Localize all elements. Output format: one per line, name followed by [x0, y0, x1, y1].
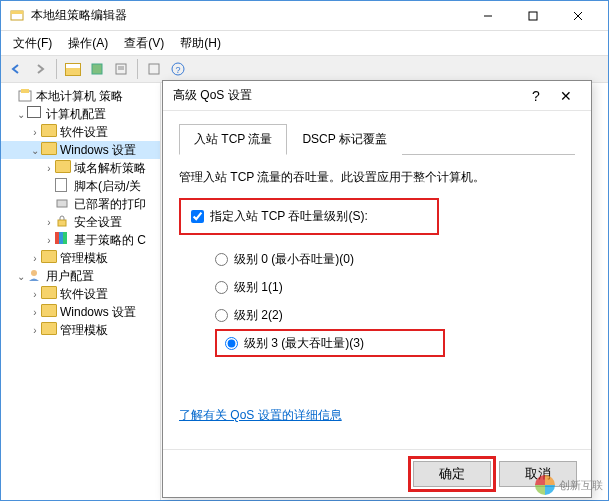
tree-computer-config[interactable]: ⌄ 计算机配置 — [1, 105, 160, 123]
radio-level-0[interactable]: 级别 0 (最小吞吐量)(0) — [215, 245, 575, 273]
user-icon — [27, 268, 43, 284]
folder-icon — [41, 124, 57, 140]
app-icon — [9, 8, 25, 24]
help-button[interactable]: ? — [167, 58, 189, 80]
expand-icon[interactable]: › — [29, 307, 41, 318]
tree-user-software[interactable]: › 软件设置 — [1, 285, 160, 303]
learn-more-link[interactable]: 了解有关 QoS 设置的详细信息 — [179, 408, 342, 422]
tab-dscp[interactable]: DSCP 标记覆盖 — [287, 124, 401, 155]
svg-rect-14 — [21, 89, 29, 93]
watermark: 创新互联 — [535, 475, 603, 495]
menu-help[interactable]: 帮助(H) — [172, 33, 229, 54]
script-icon — [55, 178, 71, 194]
svg-rect-16 — [58, 220, 66, 226]
tree-security-settings[interactable]: › 安全设置 — [1, 213, 160, 231]
radio-level-1[interactable]: 级别 1(1) — [215, 273, 575, 301]
menu-view[interactable]: 查看(V) — [116, 33, 172, 54]
folder-icon — [41, 250, 57, 266]
dialog-title: 高级 QoS 设置 — [173, 87, 521, 104]
printer-icon — [55, 196, 71, 212]
expand-icon[interactable]: › — [29, 289, 41, 300]
computer-icon — [27, 106, 43, 122]
forward-button[interactable] — [29, 58, 51, 80]
properties-button[interactable] — [143, 58, 165, 80]
expand-icon[interactable]: › — [43, 217, 55, 228]
expand-icon[interactable]: › — [43, 235, 55, 246]
export-button[interactable] — [110, 58, 132, 80]
tree-user-windows[interactable]: › Windows 设置 — [1, 303, 160, 321]
svg-rect-3 — [529, 12, 537, 20]
tree-dns-policy[interactable]: › 域名解析策略 — [1, 159, 160, 177]
maximize-button[interactable] — [510, 2, 555, 30]
window-title: 本地组策略编辑器 — [31, 7, 465, 24]
svg-rect-6 — [92, 64, 102, 74]
dialog-description: 管理入站 TCP 流量的吞吐量。此设置应用于整个计算机。 — [179, 169, 575, 186]
folder-icon — [41, 304, 57, 320]
policy-icon — [17, 88, 33, 104]
collapse-icon[interactable]: ⌄ — [15, 271, 27, 282]
svg-rect-15 — [57, 200, 67, 207]
tree-admin-templates[interactable]: › 管理模板 — [1, 249, 160, 267]
svg-rect-1 — [11, 11, 23, 14]
minimize-button[interactable] — [465, 2, 510, 30]
specify-throughput-checkbox[interactable]: 指定入站 TCP 吞吐量级别(S): — [191, 208, 427, 225]
expand-icon[interactable]: › — [29, 127, 41, 138]
menu-file[interactable]: 文件(F) — [5, 33, 60, 54]
expand-icon[interactable]: › — [29, 325, 41, 336]
tree-root[interactable]: 本地计算机 策略 — [1, 87, 160, 105]
watermark-icon — [535, 475, 555, 495]
svg-rect-10 — [149, 64, 159, 74]
svg-point-17 — [31, 270, 37, 276]
expand-icon[interactable]: › — [29, 253, 41, 264]
expand-icon[interactable]: › — [43, 163, 55, 174]
collapse-icon[interactable]: ⌄ — [15, 109, 27, 120]
collapse-icon[interactable]: ⌄ — [29, 145, 41, 156]
tree-user-config[interactable]: ⌄ 用户配置 — [1, 267, 160, 285]
menu-action[interactable]: 操作(A) — [60, 33, 116, 54]
tab-inbound[interactable]: 入站 TCP 流量 — [179, 124, 287, 155]
tree-scripts[interactable]: 脚本(启动/关 — [1, 177, 160, 195]
qos-dialog: 高级 QoS 设置 ? ✕ 入站 TCP 流量 DSCP 标记覆盖 管理入站 T… — [162, 80, 592, 498]
ok-button[interactable]: 确定 — [413, 461, 491, 487]
close-button[interactable] — [555, 2, 600, 30]
tree-windows-settings[interactable]: ⌄ Windows 设置 — [1, 141, 160, 159]
tree-deployed-printers[interactable]: 已部署的打印 — [1, 195, 160, 213]
chart-icon — [55, 232, 71, 248]
dialog-help-button[interactable]: ? — [521, 88, 551, 104]
tree-user-admin-templates[interactable]: › 管理模板 — [1, 321, 160, 339]
radio-level-2[interactable]: 级别 2(2) — [215, 301, 575, 329]
up-button[interactable] — [62, 58, 84, 80]
dialog-close-button[interactable]: ✕ — [551, 88, 581, 104]
folder-icon — [55, 160, 71, 176]
lock-icon — [55, 214, 71, 230]
svg-text:?: ? — [175, 65, 180, 75]
back-button[interactable] — [5, 58, 27, 80]
specify-throughput-input[interactable] — [191, 210, 204, 223]
folder-icon — [41, 322, 57, 338]
folder-icon — [41, 286, 57, 302]
radio-level-3[interactable]: 级别 3 (最大吞吐量)(3) — [215, 329, 445, 357]
show-hide-button[interactable] — [86, 58, 108, 80]
folder-icon — [41, 142, 57, 158]
tree-qos-policy[interactable]: › 基于策略的 C — [1, 231, 160, 249]
tree-software-settings[interactable]: › 软件设置 — [1, 123, 160, 141]
